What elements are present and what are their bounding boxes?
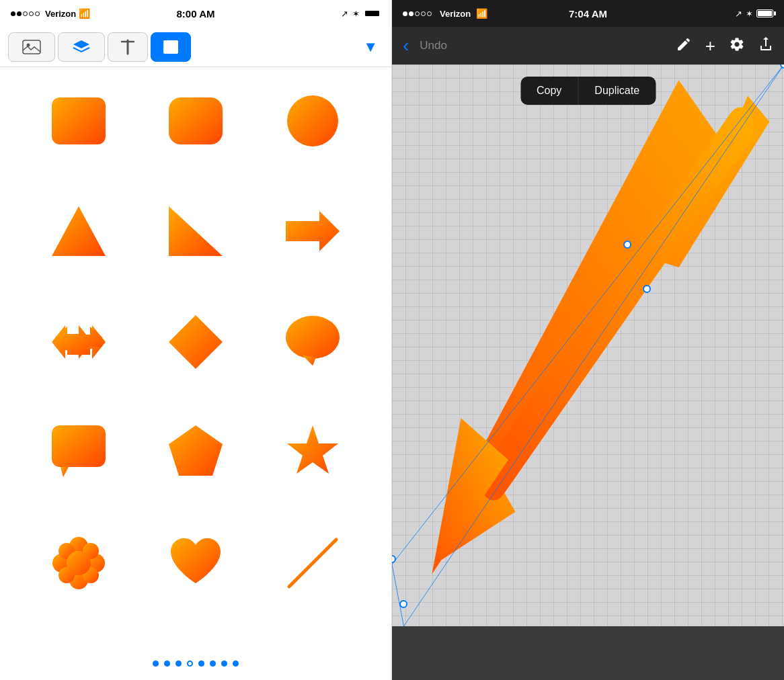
toolbar-media-button[interactable] [8,32,55,62]
carrier-right: Verizon 📶 [403,8,487,19]
right-panel: Verizon 📶 7:04 AM ↗ ✶ ‹ Undo + [392,0,784,680]
page-dot-7[interactable] [221,661,227,667]
copy-button[interactable]: Copy [520,77,578,105]
signal-dot-r3 [415,11,420,16]
svg-rect-6 [52,97,106,144]
page-dot-2[interactable] [164,661,170,667]
shape-callout-rect[interactable] [27,419,130,486]
signal-dots-right [403,11,432,16]
carrier-name-right: Verizon [440,9,471,19]
page-dot-3[interactable] [175,661,182,667]
shape-rounded-rect[interactable] [27,87,130,155]
page-dot-5[interactable] [198,661,204,667]
page-dot-6[interactable] [210,661,216,667]
signal-dots-left [11,11,40,16]
toolbar-text-button[interactable] [108,32,148,62]
arrow-shape-svg [392,65,784,626]
duplicate-button[interactable]: Duplicate [578,77,656,105]
left-panel: Verizon 📶 8:00 AM ↗ ✶ [0,0,392,680]
shape-arrow-right[interactable] [261,198,364,265]
shape-right-triangle[interactable] [144,198,247,265]
gps-icon-left: ↗ [341,9,348,19]
toolbar-left: ▼ [0,27,391,67]
shape-pentagon[interactable] [144,419,247,486]
shape-double-arrow[interactable] [27,308,130,376]
signal-dot-r5 [427,11,432,16]
svg-point-30 [67,551,91,575]
pencil-icon[interactable] [676,36,692,56]
gps-icon-right: ↗ [735,9,742,19]
carrier-name-left: Verizon [45,9,76,19]
shape-triangle[interactable] [27,198,130,265]
toolbar-shape-active-button[interactable] [151,32,191,62]
signal-dot-r4 [421,11,426,16]
settings-icon[interactable] [729,36,745,56]
status-bar-left: Verizon 📶 8:00 AM ↗ ✶ [0,0,391,27]
battery-fill-left [365,11,379,16]
time-right: 7:04 AM [569,8,607,19]
pagination [0,646,391,680]
toolbar-dropdown-button[interactable]: ▼ [358,33,383,61]
text-icon [120,39,135,55]
shape-active-icon [162,39,180,55]
time-left: 8:00 AM [177,8,215,19]
battery-icon-right [756,9,773,17]
signal-dot-r1 [403,11,407,16]
svg-marker-9 [52,206,106,256]
svg-line-31 [289,540,336,587]
shape-rounded-rect-2[interactable] [144,87,247,155]
shape-flower[interactable] [27,529,130,597]
status-icons-right: ↗ ✶ [735,9,773,19]
svg-rect-18 [52,425,106,467]
svg-point-16 [286,316,340,359]
shape-line[interactable] [261,529,364,597]
page-dot-8[interactable] [233,661,239,667]
page-dot-1[interactable] [153,661,159,667]
canvas-area[interactable]: Copy Duplicate [392,65,784,680]
signal-dot-4 [29,11,34,16]
signal-dot-3 [23,11,28,16]
sel-dot-2 [623,241,631,249]
context-menu: Copy Duplicate [520,77,656,105]
svg-line-34 [494,127,740,480]
wifi-icon-left: 📶 [79,8,90,19]
canvas-inner[interactable]: Copy Duplicate [392,65,784,626]
svg-marker-20 [169,425,223,476]
svg-marker-2 [73,40,89,48]
add-icon[interactable]: + [705,37,715,54]
back-button[interactable]: ‹ [403,35,409,56]
svg-marker-21 [287,425,338,474]
svg-point-8 [287,95,338,146]
bluetooth-icon-left: ✶ [352,9,360,19]
share-icon[interactable] [758,36,773,56]
battery-fill-right [758,11,772,16]
svg-rect-7 [169,97,223,144]
page-dot-4[interactable] [187,661,193,667]
signal-dot-2 [17,11,22,16]
status-icons-left: ↗ ✶ [341,9,381,19]
toolbar-layers-button[interactable] [58,32,105,62]
wifi-icon-right: 📶 [476,8,487,19]
signal-dot-1 [11,11,15,16]
svg-marker-11 [286,211,340,251]
shapes-grid [0,67,391,646]
shape-circle[interactable] [261,87,364,155]
nav-bar-right: ‹ Undo + [392,27,784,65]
undo-button[interactable]: Undo [420,39,447,52]
signal-dot-r2 [409,11,414,16]
shape-heart[interactable] [144,529,247,597]
shape-star[interactable] [261,419,364,486]
shape-speech-bubble[interactable] [261,308,364,376]
carrier-left: Verizon 📶 [11,8,90,19]
svg-rect-0 [23,40,40,54]
layers-icon [72,39,91,55]
battery-icon-left [364,9,381,17]
sel-dot-5 [399,600,407,608]
svg-rect-5 [163,40,178,54]
svg-marker-15 [169,315,223,369]
image-icon [22,40,41,54]
status-bar-right: Verizon 📶 7:04 AM ↗ ✶ [392,0,784,27]
nav-right-icons: + [676,36,773,56]
shape-diamond[interactable] [144,308,247,376]
signal-dot-5 [35,11,40,16]
